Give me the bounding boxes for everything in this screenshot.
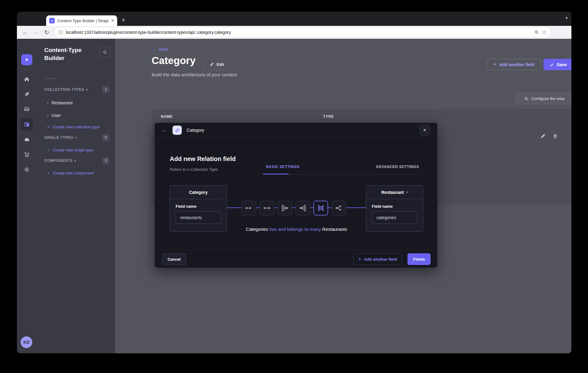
chevron-down-icon: ▾: [75, 136, 77, 139]
browser-tab[interactable]: Content-Type Builder | Strapi ×: [46, 15, 117, 26]
chevron-down-icon: ▾: [74, 159, 76, 162]
section-collection-types[interactable]: COLLECTION TYPES▾: [44, 87, 88, 92]
relation-many-way-button[interactable]: [332, 201, 346, 215]
pencil-icon: [210, 62, 214, 66]
sidebar-search-button[interactable]: [100, 47, 110, 57]
strapi-logo[interactable]: [21, 54, 32, 65]
settings-gear-icon[interactable]: [21, 163, 33, 176]
chevron-down-icon: ▾: [406, 191, 408, 194]
section-components[interactable]: COMPONENTS▾: [44, 158, 76, 163]
configure-view-button[interactable]: Configure the view: [515, 93, 571, 104]
modal-title: Add new Relation field: [170, 155, 236, 162]
site-info-icon[interactable]: ⓘ: [58, 30, 63, 35]
active-tab-underline: [263, 174, 289, 174]
bullet-icon: •: [47, 113, 49, 118]
tab-advanced-settings[interactable]: ADVANCED SETTINGS: [376, 165, 419, 169]
modal-close-button[interactable]: ×: [419, 125, 430, 135]
browser-reload-button[interactable]: ↻: [44, 29, 49, 36]
create-single-type-link[interactable]: +Create new single type: [47, 147, 93, 152]
new-tab-button[interactable]: +: [121, 16, 125, 24]
plus-icon: +: [47, 170, 50, 175]
browser-back-button[interactable]: ←: [22, 29, 28, 36]
browser-toolbar: ← → ↻ ⓘ ☆ ⋮: [17, 26, 571, 39]
chevron-down-icon: ▾: [86, 88, 88, 91]
delete-row-trash-icon[interactable]: [553, 134, 558, 139]
source-field-label: Field name: [176, 204, 197, 209]
column-type: TYPE: [323, 114, 334, 119]
check-icon: [550, 62, 554, 67]
url-input[interactable]: [66, 30, 531, 35]
source-header: Category: [170, 186, 227, 199]
url-bar[interactable]: ⓘ ☆: [55, 28, 550, 37]
sidebar-title: Content-Type Builder: [44, 46, 93, 62]
sidebar-item-restaurant[interactable]: •Restaurant: [47, 100, 73, 105]
relation-source-box: Category Field name: [170, 185, 227, 232]
cancel-button[interactable]: Cancel: [162, 253, 186, 265]
tab-basic-settings[interactable]: BASIC SETTINGS: [266, 165, 300, 169]
nav-rail: KD: [17, 39, 37, 353]
arrow-left-icon: ←: [152, 47, 156, 52]
browser-window: Content-Type Builder | Strapi × + ▾ ← → …: [17, 12, 571, 353]
modal-subtitle: Refers to a Collection Type: [170, 167, 218, 172]
single-types-count-badge: 0: [102, 134, 109, 141]
relation-one-to-one-button[interactable]: [260, 201, 274, 215]
create-collection-type-link[interactable]: +Create new collection type: [47, 124, 100, 129]
plus-icon: +: [47, 147, 50, 152]
relation-target-box: Restaurant ▾ Field name: [366, 185, 423, 232]
target-field-input[interactable]: [372, 211, 417, 224]
target-select[interactable]: Restaurant ▾: [366, 186, 423, 199]
tab-close-icon[interactable]: ×: [111, 18, 114, 23]
edit-button[interactable]: Edit: [203, 59, 231, 70]
relation-many-to-one-button[interactable]: [296, 201, 310, 215]
modal-header: ← Category ×: [155, 123, 437, 138]
sidebar-item-user[interactable]: •User: [47, 113, 61, 118]
table-header: NAME TYPE: [152, 109, 571, 124]
settings-list-icon: [524, 96, 529, 101]
modal-add-another-field-button[interactable]: + Add another field: [353, 253, 402, 265]
add-another-field-button[interactable]: + Add another field: [487, 59, 541, 70]
home-icon[interactable]: [21, 73, 33, 85]
relation-sentence: Categories has and belongs to many Resta…: [227, 227, 366, 232]
content-type-builder-icon[interactable]: [21, 118, 33, 130]
relation-link-icon: [173, 126, 182, 135]
bookmark-star-icon[interactable]: ☆: [542, 29, 547, 36]
tab-search-chevron-icon[interactable]: ▾: [566, 15, 568, 20]
media-library-icon[interactable]: [21, 103, 33, 115]
section-single-types[interactable]: SINGLE TYPES▾: [44, 135, 77, 140]
rail-divider: [17, 69, 37, 69]
relation-one-way-button[interactable]: [241, 201, 256, 215]
zoom-page-icon[interactable]: [534, 30, 539, 35]
plus-icon: +: [358, 256, 361, 262]
plus-icon: +: [47, 124, 50, 129]
source-field-input[interactable]: [176, 211, 221, 224]
modal-footer: Cancel + Add another field Finish: [155, 250, 437, 268]
modal-back-icon[interactable]: ←: [162, 127, 168, 133]
marketplace-cart-icon[interactable]: [21, 148, 33, 161]
relation-one-to-many-button[interactable]: [277, 201, 292, 215]
page-subtitle: Build the data architecture of your cont…: [152, 72, 237, 77]
content-manager-feather-icon[interactable]: [21, 88, 33, 100]
modal-breadcrumb: Category: [187, 128, 204, 133]
plus-icon: +: [493, 61, 497, 68]
content-type-builder-sidebar: Content-Type Builder COLLECTION TYPES▾ 2…: [37, 39, 115, 353]
target-field-label: Field name: [372, 204, 393, 209]
add-relation-modal: ← Category × Add new Relation field Refe…: [155, 123, 437, 268]
relation-verb: has and belongs to many: [269, 227, 321, 232]
strapi-favicon-icon: [49, 18, 55, 23]
user-avatar[interactable]: KD: [21, 336, 32, 348]
back-link[interactable]: ← Back: [152, 47, 169, 52]
browser-forward-button[interactable]: →: [33, 29, 39, 36]
save-button[interactable]: Save: [543, 59, 571, 70]
bullet-icon: •: [47, 101, 49, 105]
page-title: Category: [152, 55, 196, 66]
edit-row-pencil-icon[interactable]: [540, 134, 546, 139]
create-component-link[interactable]: +Create new component: [47, 170, 94, 175]
tab-title: Content-Type Builder | Strapi: [57, 18, 109, 23]
relation-many-to-many-button[interactable]: [313, 201, 328, 215]
deploy-cloud-icon[interactable]: [21, 133, 33, 146]
collection-types-count-badge: 2: [102, 86, 109, 93]
title-underline: [44, 78, 57, 79]
components-count-badge: 0: [102, 157, 109, 164]
column-name: NAME: [161, 114, 173, 119]
finish-button[interactable]: Finish: [407, 253, 431, 265]
